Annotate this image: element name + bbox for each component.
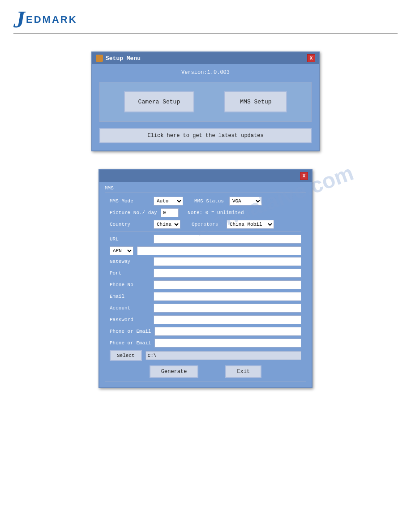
logo: J EDMARK: [13, 8, 77, 31]
setup-window-title: Setup Menu: [106, 55, 141, 62]
setup-buttons-area: Camera Setup MMS Setup: [99, 82, 312, 122]
camera-setup-button[interactable]: Camera Setup: [124, 91, 195, 112]
setup-window-body: Version:1.0.003 Camera Setup MMS Setup C…: [92, 64, 319, 150]
operators-select[interactable]: China Mobil China Unicom: [227, 220, 274, 229]
country-row: Country China USA UK Operators China Mob…: [110, 220, 301, 229]
port-input[interactable]: [154, 269, 301, 278]
setup-close-button[interactable]: X: [307, 54, 315, 62]
setup-menu-window: Setup Menu X Version:1.0.003 Camera Setu…: [91, 51, 320, 151]
picture-no-label: Picture No./ day: [110, 210, 157, 215]
phone-email-1-label: Phone or Email: [110, 329, 151, 334]
select-button[interactable]: Select: [110, 350, 142, 361]
phone-email-2-input[interactable]: [154, 339, 301, 348]
mms-window-body: MMS MMS Mode Auto Manual MMS Status VGA …: [99, 182, 312, 387]
mms-mode-row: MMS Mode Auto Manual MMS Status VGA QVGA…: [110, 197, 301, 206]
url-section: URL: [110, 235, 301, 244]
bottom-buttons: Generate Exit: [110, 365, 301, 378]
mms-mode-select[interactable]: Auto Manual: [154, 197, 183, 206]
operators-label: Operators: [192, 222, 223, 227]
gateway-label: GateWay: [110, 259, 150, 264]
mms-status-label: MMS Status: [194, 198, 226, 204]
exit-button[interactable]: Exit: [225, 365, 261, 378]
port-label: Port: [110, 270, 150, 276]
setup-titlebar: Setup Menu X: [92, 52, 319, 64]
mms-section-label: MMS: [105, 185, 306, 191]
mms-close-button[interactable]: X: [300, 172, 308, 180]
email-row: Email: [110, 292, 301, 301]
mms-status-select[interactable]: VGA QVGA 160x120: [229, 197, 262, 206]
version-text: Version:1.0.003: [99, 69, 312, 76]
page-content: Setup Menu X Version:1.0.003 Camera Setu…: [0, 34, 411, 406]
account-label: Account: [110, 305, 150, 311]
url-label: URL: [110, 236, 150, 242]
note-text: Note: 0 = Unlimited: [188, 210, 244, 215]
apn-input[interactable]: [137, 246, 301, 255]
setup-titlebar-left: Setup Menu: [96, 55, 141, 62]
email-input[interactable]: [154, 292, 301, 301]
phone-email-1-row: Phone or Email: [110, 327, 301, 336]
country-label: Country: [110, 222, 150, 227]
gateway-input[interactable]: [154, 257, 301, 266]
password-label: Password: [110, 317, 150, 322]
port-row: Port: [110, 269, 301, 278]
gateway-row: GateWay: [110, 257, 301, 266]
select-row: Select: [110, 350, 301, 361]
generate-button[interactable]: Generate: [150, 365, 199, 378]
mms-mode-label: MMS Mode: [110, 198, 150, 204]
account-row: Account: [110, 304, 301, 313]
phone-no-label: Phone No: [110, 282, 150, 287]
phone-email-2-row: Phone or Email: [110, 339, 301, 348]
update-button[interactable]: Click here to get the latest updates: [99, 128, 312, 143]
path-input[interactable]: [146, 351, 301, 360]
country-select[interactable]: China USA UK: [154, 220, 180, 229]
phone-email-2-label: Phone or Email: [110, 340, 151, 346]
logo-text: EDMARK: [26, 14, 77, 26]
password-input[interactable]: [154, 315, 301, 324]
apn-select[interactable]: APN GPRS: [110, 246, 133, 255]
setup-window-icon: [96, 55, 103, 62]
apn-row: APN GPRS: [110, 246, 301, 255]
mms-titlebar: X: [99, 170, 312, 182]
phone-email-1-input[interactable]: [154, 327, 301, 336]
logo-j: J: [13, 8, 25, 31]
password-row: Password: [110, 315, 301, 324]
mms-window: X MMS MMS Mode Auto Manual MMS Status VG…: [98, 169, 313, 388]
mms-divider: [110, 232, 301, 232]
account-input[interactable]: [154, 304, 301, 313]
header: J EDMARK: [0, 0, 411, 31]
mms-inner: MMS Mode Auto Manual MMS Status VGA QVGA…: [105, 193, 306, 382]
email-label: Email: [110, 294, 150, 299]
url-row: URL: [110, 235, 301, 244]
url-input[interactable]: [154, 235, 301, 244]
picture-no-input[interactable]: [161, 208, 179, 217]
mms-setup-button[interactable]: MMS Setup: [224, 91, 287, 112]
phone-no-input[interactable]: [154, 280, 301, 289]
picture-no-row: Picture No./ day Note: 0 = Unlimited: [110, 208, 301, 217]
phone-no-row: Phone No: [110, 280, 301, 289]
